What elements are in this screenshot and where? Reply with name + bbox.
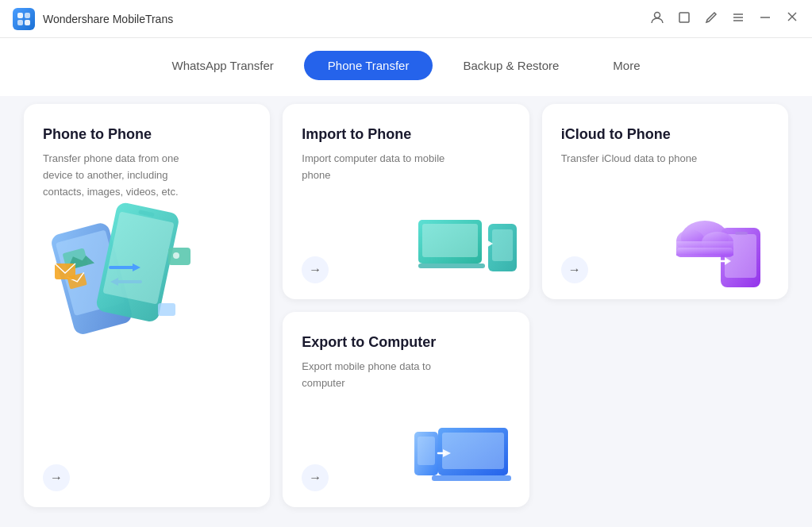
card-icloud-to-phone-arrow[interactable]: → <box>561 256 588 283</box>
svg-rect-28 <box>418 264 485 268</box>
phone-to-phone-illustration <box>43 200 202 359</box>
edit-icon[interactable] <box>704 10 718 27</box>
svg-rect-5 <box>679 13 689 22</box>
export-illustration <box>414 412 521 499</box>
app-title: Wondershare MobileTrans <box>43 13 173 25</box>
main-content: Phone to Phone Transfer phone data from … <box>0 96 812 523</box>
svg-rect-34 <box>735 232 748 235</box>
card-icloud-to-phone-title: iCloud to Phone <box>561 126 769 143</box>
card-phone-to-phone[interactable]: Phone to Phone Transfer phone data from … <box>24 104 270 507</box>
minimize-button[interactable] <box>758 10 772 27</box>
svg-rect-23 <box>168 248 190 265</box>
svg-rect-39 <box>676 248 733 257</box>
menu-icon[interactable] <box>731 10 745 27</box>
svg-rect-45 <box>418 437 435 465</box>
card-import-to-phone-desc: Import computer data to mobile phone <box>302 151 460 184</box>
tab-more[interactable]: More <box>589 51 664 80</box>
svg-point-4 <box>655 13 660 18</box>
svg-rect-43 <box>432 475 511 481</box>
title-bar: Wondershare MobileTrans <box>0 0 812 38</box>
svg-rect-2 <box>17 20 23 25</box>
title-bar-controls <box>650 10 799 28</box>
card-export-to-computer-title: Export to Computer <box>302 334 510 351</box>
svg-point-24 <box>173 252 179 259</box>
card-import-to-phone[interactable]: Import to Phone Import computer data to … <box>283 104 529 299</box>
account-icon[interactable] <box>650 10 664 27</box>
import-to-phone-illustration <box>418 212 521 291</box>
svg-rect-3 <box>25 20 30 25</box>
icloud-illustration <box>673 204 784 291</box>
window-icon[interactable] <box>677 10 691 27</box>
tab-whatsapp-transfer[interactable]: WhatsApp Transfer <box>148 51 297 80</box>
card-icloud-to-phone-desc: Transfer iCloud data to phone <box>561 151 720 167</box>
card-export-to-computer-arrow[interactable]: → <box>302 464 329 491</box>
svg-rect-27 <box>422 224 478 257</box>
card-export-to-computer[interactable]: Export to Computer Export mobile phone d… <box>283 312 529 507</box>
close-button[interactable] <box>785 10 799 28</box>
card-icloud-to-phone[interactable]: iCloud to Phone Transfer iCloud data to … <box>542 104 788 299</box>
svg-rect-25 <box>158 303 175 316</box>
svg-rect-42 <box>442 433 504 469</box>
svg-rect-30 <box>492 229 513 261</box>
card-phone-to-phone-desc: Transfer phone data from one device to a… <box>43 151 202 200</box>
app-icon <box>13 8 35 30</box>
card-import-to-phone-title: Import to Phone <box>302 126 510 143</box>
title-bar-left: Wondershare MobileTrans <box>13 8 173 30</box>
tab-phone-transfer[interactable]: Phone Transfer <box>304 51 433 80</box>
card-import-to-phone-arrow[interactable]: → <box>302 256 329 283</box>
card-phone-to-phone-arrow[interactable]: → <box>43 464 70 491</box>
svg-rect-0 <box>17 13 23 18</box>
card-phone-to-phone-title: Phone to Phone <box>43 126 251 143</box>
nav-bar: WhatsApp Transfer Phone Transfer Backup … <box>0 38 812 96</box>
tab-backup-restore[interactable]: Backup & Restore <box>439 51 583 80</box>
empty-cell <box>542 312 788 507</box>
card-export-to-computer-desc: Export mobile phone data to computer <box>302 359 460 392</box>
svg-rect-1 <box>25 13 30 18</box>
